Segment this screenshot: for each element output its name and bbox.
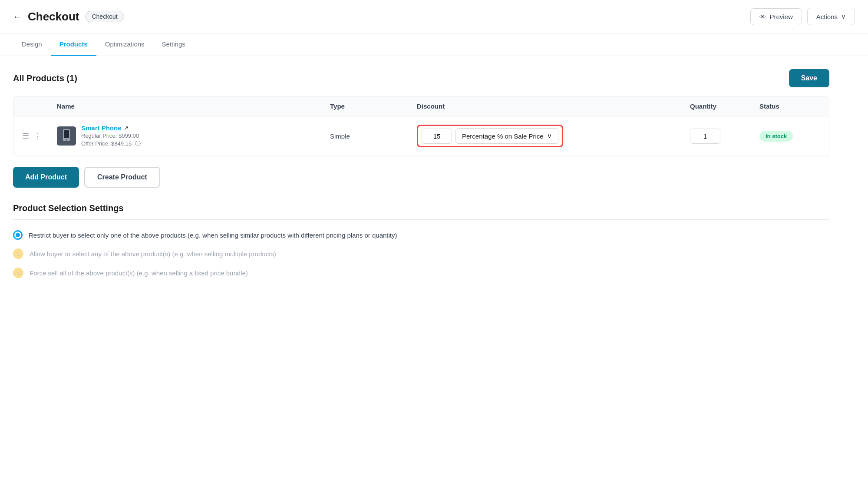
pss-options: Restrict buyer to select only one of the… [13, 230, 829, 278]
pss-title: Product Selection Settings [13, 203, 829, 213]
save-button[interactable]: Save [789, 69, 829, 87]
pss-option-3-text: Force sell all of the above product(s) (… [30, 269, 248, 277]
table-header: Name Type Discount Quantity Status [13, 96, 829, 116]
section-header: All Products (1) Save [13, 69, 829, 87]
regular-price: Regular Price: $999.00 [81, 132, 141, 139]
add-product-button[interactable]: Add Product [13, 167, 79, 188]
crown-icon-2: 👑 [13, 268, 23, 278]
row-controls: ☰ ⋮ [22, 131, 57, 141]
top-bar-left: ← Checkout Checkout [13, 10, 124, 23]
pss-option-3[interactable]: 👑 Force sell all of the above product(s)… [13, 268, 829, 278]
action-buttons: Add Product Create Product [13, 167, 829, 188]
discount-wrapper: Percentage % on Sale Price ∨ [417, 125, 563, 147]
crown-icon-1: 👑 [13, 248, 23, 259]
section-title: All Products (1) [13, 73, 77, 83]
product-details: Smart Phone ↗ Regular Price: $999.00 Off… [81, 124, 141, 148]
col-header-name: Name [57, 103, 330, 110]
pss-divider [13, 219, 829, 220]
product-selection-settings-section: Product Selection Settings Restrict buye… [13, 203, 829, 278]
create-product-button[interactable]: Create Product [84, 167, 160, 188]
discount-type-label: Percentage % on Sale Price [462, 132, 544, 140]
preview-label: Preview [769, 13, 792, 20]
quantity-input[interactable] [690, 129, 720, 144]
product-name: Smart Phone [81, 124, 122, 132]
external-link-icon: ↗ [124, 125, 129, 131]
help-icon: ⓘ [135, 140, 141, 147]
col-header-quantity: Quantity [690, 103, 759, 110]
back-button[interactable]: ← [13, 12, 22, 22]
table-row: ☰ ⋮ Smart Phone ↗ [13, 116, 829, 156]
product-name-link[interactable]: Smart Phone ↗ [81, 124, 141, 132]
tab-products[interactable]: Products [51, 33, 96, 56]
discount-cell: Percentage % on Sale Price ∨ [417, 125, 690, 147]
chevron-down-icon: ∨ [547, 132, 552, 140]
product-info: Smart Phone ↗ Regular Price: $999.00 Off… [57, 124, 330, 148]
top-bar-right: 👁 Preview Actions ∨ [750, 8, 855, 25]
tab-settings[interactable]: Settings [153, 33, 194, 56]
col-header-status: Status [759, 103, 820, 110]
tab-design[interactable]: Design [13, 33, 51, 56]
actions-button[interactable]: Actions ∨ [807, 8, 855, 25]
more-options-icon[interactable]: ⋮ [33, 131, 41, 141]
preview-button[interactable]: 👁 Preview [750, 8, 802, 25]
svg-point-3 [66, 139, 67, 141]
drag-handle-icon[interactable]: ☰ [22, 131, 29, 141]
svg-rect-2 [64, 130, 69, 138]
pss-option-1[interactable]: Restrict buyer to select only one of the… [13, 230, 829, 240]
quantity-cell [690, 129, 759, 144]
tabs-bar: Design Products Optimizations Settings [0, 33, 868, 56]
pss-option-2[interactable]: 👑 Allow buyer to select any of the above… [13, 248, 829, 259]
page-title: Checkout [28, 10, 79, 23]
col-header-discount: Discount [417, 103, 690, 110]
discount-type-select[interactable]: Percentage % on Sale Price ∨ [455, 128, 558, 144]
actions-label: Actions [816, 13, 838, 20]
product-thumbnail [57, 126, 76, 146]
products-table: Name Type Discount Quantity Status ☰ ⋮ [13, 96, 829, 156]
offer-price: Offer Price: $849.15 ⓘ [81, 140, 141, 148]
status-badge: In stock [759, 131, 793, 142]
eye-icon: 👁 [759, 13, 766, 20]
discount-value-input[interactable] [422, 129, 452, 144]
radio-active-icon [13, 230, 23, 240]
radio-inner [16, 233, 20, 237]
status-cell: In stock [759, 131, 820, 142]
col-header-type: Type [330, 103, 417, 110]
checkout-badge: Checkout [85, 11, 124, 22]
chevron-down-icon: ∨ [841, 13, 846, 20]
pss-option-2-text: Allow buyer to select any of the above p… [30, 250, 276, 258]
top-bar: ← Checkout Checkout 👁 Preview Actions ∨ [0, 0, 868, 33]
main-content: All Products (1) Save Name Type Discount… [0, 56, 842, 291]
product-type: Simple [330, 132, 417, 140]
pss-option-1-text: Restrict buyer to select only one of the… [29, 232, 397, 239]
col-header-drag [22, 103, 57, 110]
tab-optimizations[interactable]: Optimizations [96, 33, 153, 56]
